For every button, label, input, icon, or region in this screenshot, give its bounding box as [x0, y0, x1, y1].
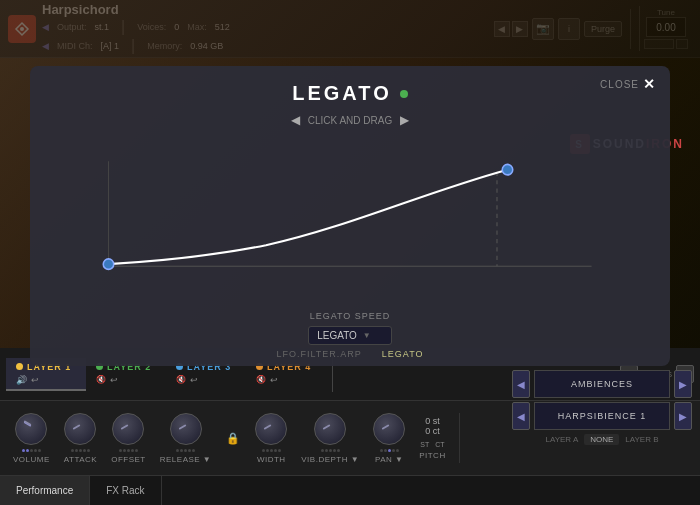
legato-bottom: LEGATO SPEED LEGATO ▼ — [46, 311, 654, 345]
layer4-controls: 🔇 ↩ — [256, 375, 316, 385]
dot — [333, 449, 336, 452]
ct-label[interactable]: CT — [435, 441, 444, 448]
performance-tab[interactable]: Performance — [0, 476, 90, 505]
curve-svg[interactable] — [56, 139, 644, 299]
close-button[interactable]: CLOSE ✕ — [600, 76, 656, 92]
layer2-midi-icon[interactable]: ↩ — [110, 375, 118, 385]
dot — [26, 449, 29, 452]
dot — [380, 449, 383, 452]
dot — [325, 449, 328, 452]
dot — [38, 449, 41, 452]
legato-tab[interactable]: LEGATO — [382, 349, 424, 359]
harpsibience-button[interactable]: HARPSIBIENCE 1 — [534, 402, 670, 430]
dot — [337, 449, 340, 452]
harpsibience-row: ◀ HARPSIBIENCE 1 ▶ — [512, 402, 692, 430]
legato-title-text: LEGATO — [292, 82, 391, 105]
pan-knob-group: PAN ▼ — [368, 413, 410, 464]
attack-dots — [71, 449, 90, 452]
dot — [270, 449, 273, 452]
dot — [278, 449, 281, 452]
legato-status-dot — [400, 90, 408, 98]
layer3-mute-icon[interactable]: 🔇 — [176, 375, 186, 385]
layer1-controls: 🔊 ↩ — [16, 375, 76, 385]
harpsibience-prev-btn[interactable]: ◀ — [512, 402, 530, 430]
ambiences-button[interactable]: AMBIENCES — [534, 370, 670, 398]
layer-b-label: LAYER B — [625, 435, 658, 444]
dot — [119, 449, 122, 452]
dot — [176, 449, 179, 452]
layer1-midi-icon[interactable]: ↩ — [31, 375, 39, 385]
layer1-speaker-icon[interactable]: 🔊 — [16, 375, 27, 385]
width-knob[interactable] — [255, 413, 287, 445]
vib-depth-knob-group: VIB.DEPTH ▼ — [296, 413, 364, 464]
dot — [262, 449, 265, 452]
offset-label: OFFSET — [111, 455, 146, 464]
pitch-label: PITCH — [419, 451, 446, 460]
dot — [192, 449, 195, 452]
layer4-midi-icon[interactable]: ↩ — [270, 375, 278, 385]
layer4-mute-icon[interactable]: 🔇 — [256, 375, 266, 385]
ambiences-prev-btn[interactable]: ◀ — [512, 370, 530, 398]
layer-ab-row: LAYER A NONE LAYER B — [512, 434, 692, 445]
offset-knob[interactable] — [112, 413, 144, 445]
layer3-controls: 🔇 ↩ — [176, 375, 236, 385]
legato-dropdown[interactable]: LEGATO ▼ — [308, 326, 392, 345]
fx-rack-tab[interactable]: FX Rack — [90, 476, 161, 505]
svg-point-5 — [103, 259, 114, 270]
legato-title: LEGATO — [46, 82, 654, 105]
layer-none-label: NONE — [584, 434, 619, 445]
lfo-filter-arp-tab[interactable]: LFO.FILTER.ARP — [276, 349, 361, 359]
st-label[interactable]: ST — [420, 441, 429, 448]
dot — [22, 449, 25, 452]
pitch-values: 0 st 0 ct — [425, 416, 440, 436]
release-knob[interactable] — [170, 413, 202, 445]
right-panel: ◀ AMBIENCES ▶ ◀ HARPSIBIENCE 1 ▶ LAYER A… — [512, 370, 692, 445]
dot — [321, 449, 324, 452]
ambiences-row: ◀ AMBIENCES ▶ — [512, 370, 692, 398]
vib-depth-knob[interactable] — [314, 413, 346, 445]
attack-knob-group: ATTACK — [59, 413, 102, 464]
release-label: RELEASE ▼ — [160, 455, 212, 464]
pan-knob[interactable] — [373, 413, 405, 445]
drag-label: CLICK AND DRAG — [308, 115, 392, 126]
harpsibience-next-btn[interactable]: ▶ — [674, 402, 692, 430]
vib-depth-label: VIB.DEPTH ▼ — [301, 455, 359, 464]
bottom-controls: VOLUME ATTACK — [0, 400, 700, 475]
main-container: Harpsichord ◀ Output: st.1 | Voices: 0 M… — [0, 0, 700, 505]
width-dots — [262, 449, 281, 452]
pan-dots — [380, 449, 399, 452]
layer-a-label: LAYER A — [545, 435, 578, 444]
attack-label: ATTACK — [64, 455, 97, 464]
dot — [180, 449, 183, 452]
dot — [87, 449, 90, 452]
attack-knob[interactable] — [64, 413, 96, 445]
footer-tabs: Performance FX Rack — [0, 475, 700, 505]
dot — [329, 449, 332, 452]
volume-knob[interactable] — [15, 413, 47, 445]
dot — [71, 449, 74, 452]
dot — [392, 449, 395, 452]
dot — [184, 449, 187, 452]
lfo-tabs: LFO.FILTER.ARP LEGATO — [46, 349, 654, 359]
offset-dots — [119, 449, 138, 452]
volume-label: VOLUME — [13, 455, 50, 464]
layer3-midi-icon[interactable]: ↩ — [190, 375, 198, 385]
legato-speed-label: LEGATO SPEED — [46, 311, 654, 321]
offset-knob-group: OFFSET — [106, 413, 151, 464]
dot — [83, 449, 86, 452]
dot — [131, 449, 134, 452]
dot — [396, 449, 399, 452]
dot — [266, 449, 269, 452]
ambiences-next-btn[interactable]: ▶ — [674, 370, 692, 398]
curve-area[interactable] — [56, 139, 644, 299]
width-knob-group: WIDTH — [250, 413, 292, 464]
lock-icon[interactable]: 🔒 — [226, 432, 240, 445]
dot — [135, 449, 138, 452]
cents-value: 0 ct — [425, 426, 440, 436]
width-label: WIDTH — [257, 455, 286, 464]
dot — [127, 449, 130, 452]
layer2-controls: 🔇 ↩ — [96, 375, 156, 385]
bottom-divider — [459, 413, 460, 463]
layer2-mute-icon[interactable]: 🔇 — [96, 375, 106, 385]
volume-dots — [22, 449, 41, 452]
